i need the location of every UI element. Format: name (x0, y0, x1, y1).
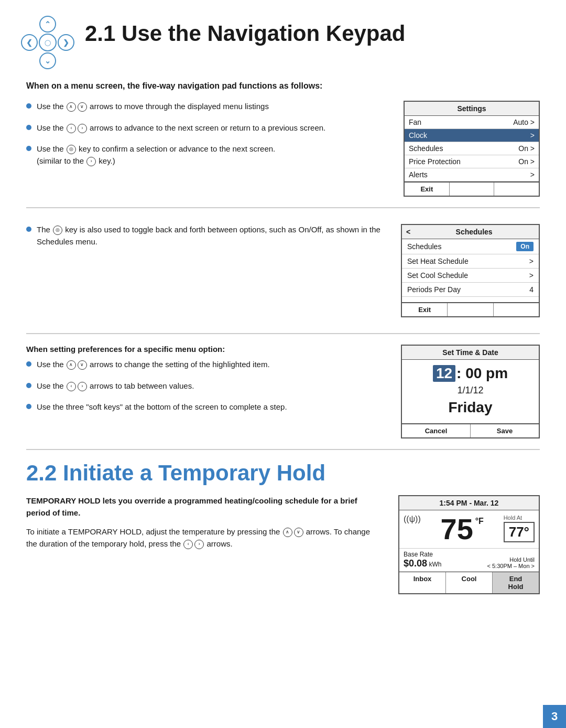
settings-footer-blank1 (450, 183, 495, 196)
hold-center: 75 °F (425, 515, 499, 544)
section-22-desc2: To initiate a TEMPORARY HOLD, adjust the… (26, 526, 383, 550)
left-right-icon3: ‹› (183, 540, 204, 549)
time-date-save-btn[interactable]: Save (471, 424, 539, 437)
bullet-dot-3c (26, 404, 31, 409)
settings-footer-exit[interactable]: Exit (405, 183, 450, 196)
settings-value-schedules: On > (518, 144, 535, 153)
settings-row-schedules: Schedules On > (405, 142, 539, 155)
time-date-cancel-btn[interactable]: Cancel (402, 424, 471, 437)
base-rate: Base Rate $0.08 kWh (404, 551, 441, 569)
bullet-dot (26, 146, 31, 151)
list-item: Use the ‹› arrows to advance to the next… (26, 122, 388, 134)
settings-value-alerts: > (530, 170, 535, 179)
bullet-list-1: Use the ∧∨ arrows to move through the di… (26, 101, 388, 176)
hold-header: 1:54 PM - Mar. 12 (399, 496, 539, 510)
schedules-screen-title-row: < Schedules (402, 225, 539, 239)
bullet-dot-3b (26, 383, 31, 388)
divider-3 (26, 449, 540, 450)
schedules-row-schedules: Schedules On (402, 239, 539, 254)
hold-until-val: < 5:30PM – Mon > (487, 563, 535, 569)
base-rate-label: Base Rate (404, 551, 433, 558)
temp-unit: °F (475, 517, 484, 526)
settings-row-alerts: Alerts > (405, 168, 539, 181)
hold-until-label: Hold Until (509, 556, 535, 563)
center-mini-btn: ◎ (67, 145, 76, 154)
section-21-title: 2.1 Use the Navigation Keypad (85, 21, 540, 46)
bullet-list-2: The ◎ key is also used to toggle back an… (26, 224, 385, 257)
up-arrow-btn: ⌃ (39, 16, 56, 33)
settings-screen: Settings Fan Auto > Clock > Schedules On… (404, 101, 540, 197)
page-badge: 3 (543, 705, 566, 728)
schedules-toggle-on[interactable]: On (516, 242, 534, 251)
hold-footer-cool[interactable]: Cool (446, 572, 493, 593)
date-display: 1/1/12 (407, 385, 534, 396)
current-temp: 75 (441, 515, 473, 544)
bullet-text-toggle: The ◎ key is also used to toggle back an… (37, 224, 385, 248)
left-right-icon: ‹› (66, 124, 88, 133)
time-date-title: Set Time & Date (402, 346, 539, 360)
temp-container: 75 °F (441, 515, 484, 544)
bullet-text-1: Use the ∧∨ arrows to move through the di… (37, 101, 269, 113)
base-rate-unit: kWh (429, 561, 441, 568)
bullet-setting-text-2: Use the ‹› arrows to tab between values. (37, 380, 194, 392)
day-display: Friday (407, 399, 534, 416)
schedules-value-heat: > (529, 257, 534, 265)
hold-until: Hold Until < 5:30PM – Mon > (487, 556, 535, 569)
main-content: When on a menu screen, the five-way navi… (0, 80, 566, 594)
nav-keypad-icon: ⌃ ❮ ◯ ❯ ⌄ (21, 16, 74, 69)
bullet-text-2: Use the ‹› arrows to advance to the next… (37, 122, 325, 134)
schedules-label-schedules: Schedules (407, 242, 441, 251)
signal-icon: ((ψ)) (404, 515, 421, 524)
settings-footer: Exit (405, 181, 539, 196)
right-arrow-btn: ❯ (58, 34, 74, 51)
schedules-row-periods: Periods Per Day 4 (402, 283, 539, 297)
settings-label-schedules: Schedules (409, 144, 443, 153)
hold-footer-inbox[interactable]: Inbox (399, 572, 446, 593)
schedules-value-periods: 4 (529, 285, 534, 294)
left-arrow-btn: ❮ (21, 34, 38, 51)
down-mini-btn: ∨ (78, 102, 87, 112)
list-item: Use the ∧∨ arrows to move through the di… (26, 101, 388, 113)
left-right-icon2: ‹› (66, 382, 88, 391)
up-mini-btn3: ∧ (283, 528, 292, 537)
time-rest: : 00 pm (456, 365, 508, 382)
hold-at-temp: 77° (504, 522, 535, 542)
schedules-footer-exit[interactable]: Exit (402, 303, 448, 316)
second-section: The ◎ key is also used to toggle back an… (26, 219, 540, 323)
hold-footer-end-hold[interactable]: EndHold (493, 572, 539, 593)
hold-left: ((ψ)) (404, 515, 421, 544)
schedules-label-cool: Set Cool Schedule (407, 271, 468, 280)
down-mini-btn3: ∨ (294, 528, 303, 537)
hold-bottom-row: Base Rate $0.08 kWh Hold Until < 5:30PM … (399, 549, 539, 572)
center-icon-toggle: ◎ (52, 226, 63, 235)
list-item-toggle: The ◎ key is also used to toggle back an… (26, 224, 385, 248)
down-arrow-btn: ⌄ (39, 52, 56, 69)
page-number: 3 (551, 710, 558, 723)
right-mini-btn: › (78, 124, 87, 133)
up-down-icon2: ∧∨ (66, 360, 88, 370)
schedules-label-heat: Set Heat Schedule (407, 257, 469, 265)
schedules-footer-blank2 (494, 303, 539, 316)
section-22-title-text: 2.2 Initiate a Temporary Hold (26, 461, 325, 485)
settings-row-price: Price Protection On > (405, 155, 539, 168)
bullet-text-3: Use the ◎ key to confirm a selection or … (37, 143, 275, 167)
set-time-date-screen: Set Time & Date 12 : 00 pm 1/1/12 Friday… (401, 345, 540, 438)
schedules-footer: Exit (402, 302, 539, 316)
schedules-title: Schedules (413, 228, 535, 236)
up-down-icon: ∧∨ (66, 102, 88, 112)
right-icon-inline: › (86, 157, 96, 166)
settings-row-fan: Fan Auto > (405, 116, 539, 129)
settings-value-fan: Auto > (513, 118, 535, 126)
bullet-dot (26, 103, 31, 109)
left-mini-btn: ‹ (67, 124, 76, 133)
bullet-dot (26, 125, 31, 130)
hold-body: ((ψ)) 75 °F Hold At 77° (399, 510, 539, 549)
right-mini-btn2: › (86, 157, 96, 166)
settings-label-alerts: Alerts (409, 170, 428, 179)
divider-2 (26, 333, 540, 334)
center-icon-inline: ◎ (66, 145, 77, 154)
time-date-footer: Cancel Save (402, 423, 539, 437)
schedules-back-arrow[interactable]: < (406, 228, 410, 236)
up-down-icon3: ∧∨ (282, 528, 304, 537)
list-item-setting-1: Use the ∧∨ arrows to change the setting … (26, 359, 385, 371)
